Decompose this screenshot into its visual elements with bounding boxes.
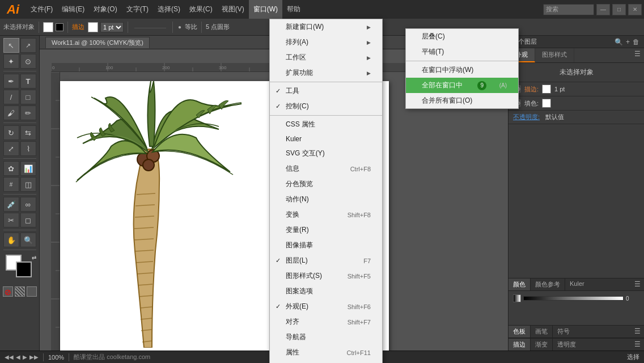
fill-color-box-panel[interactable]: [542, 99, 551, 108]
fill-property-row: 填色:: [509, 96, 644, 111]
tool-sep-2: [3, 123, 36, 123]
rect-icon: □: [26, 93, 31, 102]
menu-edit[interactable]: 编辑(E): [57, 0, 89, 19]
hand-tool[interactable]: ✋: [3, 233, 19, 247]
menu-window[interactable]: 窗口(W): [249, 0, 282, 19]
gradient-tool[interactable]: ◫: [20, 177, 36, 192]
zoom-tool[interactable]: 🔍: [20, 233, 36, 247]
tab-stroke[interactable]: 描边: [509, 339, 531, 351]
mesh-tool[interactable]: #: [3, 177, 19, 192]
opacity-value: 默认值: [545, 113, 564, 121]
swatches-menu[interactable]: ☰: [631, 326, 644, 337]
pencil-icon: ✏: [25, 109, 31, 117]
tab-kuler[interactable]: Kuler: [565, 278, 589, 290]
swatches-menu-icon: ☰: [634, 327, 641, 335]
pencil-tool[interactable]: ✏: [20, 105, 36, 120]
lasso-icon: ⊙: [25, 57, 31, 66]
minimize-btn[interactable]: —: [596, 4, 610, 15]
menu-select[interactable]: 选择(S): [153, 0, 185, 19]
line-tool[interactable]: /: [3, 90, 19, 104]
search-box[interactable]: 搜索: [543, 4, 594, 15]
tab-gradient[interactable]: 渐变: [531, 339, 553, 351]
opacity-label[interactable]: 不透明度:: [513, 113, 540, 121]
scissors-icon: ✂: [8, 216, 14, 225]
pen-tool[interactable]: ✒: [3, 74, 19, 88]
stroke-box-2[interactable]: [88, 22, 98, 32]
scale-tool[interactable]: ⤢: [3, 141, 19, 156]
tab-swatches[interactable]: 色板: [509, 326, 531, 337]
stroke-tab-menu-icon: ☰: [634, 340, 641, 348]
stroke-color-swatch[interactable]: [43, 22, 53, 32]
tool-row-6: ↻ ⇆: [3, 125, 36, 140]
bottom-sep-1: [43, 353, 44, 361]
menu-effect[interactable]: 效果(C): [185, 0, 217, 19]
eraser-tool[interactable]: ◻: [20, 213, 36, 227]
nav-last-btn[interactable]: ▶▶: [29, 354, 39, 360]
panel-menu-icon[interactable]: ☰: [631, 48, 644, 62]
tab-transparency[interactable]: 透明度: [553, 339, 581, 351]
eyedropper-tool[interactable]: 💉: [3, 197, 19, 212]
lasso-tool[interactable]: ⊙: [20, 54, 36, 69]
nav-prev-btn[interactable]: ◀: [16, 354, 20, 360]
menu-help[interactable]: 帮助: [282, 0, 305, 19]
mirror-tool[interactable]: ⇆: [20, 125, 36, 140]
shape-label: 5 点圆形: [206, 23, 230, 31]
gradient-icon: ◫: [25, 180, 32, 189]
menu-object[interactable]: 对象(O): [89, 0, 121, 19]
svg-text:100: 100: [105, 65, 113, 70]
blend-tool[interactable]: ∞: [20, 197, 36, 212]
color-panel-menu-icon: ☰: [634, 280, 641, 288]
color-panel-menu[interactable]: ☰: [631, 278, 644, 290]
restore-btn[interactable]: □: [612, 4, 626, 15]
stroke-box[interactable]: [16, 261, 32, 277]
graph-tool[interactable]: 📊: [20, 161, 36, 176]
canvas-close-icon[interactable]: ✕: [493, 37, 502, 47]
channel-slider[interactable]: [523, 296, 624, 301]
warp-icon: ⌇: [27, 145, 30, 153]
paintbrush-tool[interactable]: 🖌: [3, 105, 19, 120]
rotate-tool[interactable]: ↻: [3, 125, 19, 140]
tab-color[interactable]: 颜色: [509, 278, 531, 290]
opacity-property-row: 不透明度: 默认值: [509, 111, 644, 124]
select-tool[interactable]: ↖: [3, 38, 19, 53]
stroke-color-box-panel[interactable]: [542, 85, 551, 94]
cursor-mode-label: 选择: [627, 353, 639, 361]
warp-tool[interactable]: ⌇: [20, 141, 36, 156]
tab-symbols[interactable]: 符号: [553, 326, 574, 337]
layer-delete-icon[interactable]: 🗑: [633, 38, 639, 46]
pattern-box[interactable]: [27, 286, 37, 297]
canvas-arrange-icon[interactable]: ⧉: [482, 37, 492, 47]
stroke-tab-menu[interactable]: ☰: [631, 339, 644, 351]
nav-next-btn[interactable]: ▶: [23, 354, 27, 360]
tab-color-ref[interactable]: 颜色参考: [531, 278, 565, 290]
fill-color-swatch[interactable]: [56, 23, 63, 31]
direct-select-tool[interactable]: ↗: [20, 38, 36, 53]
tab-appearance[interactable]: 外观: [509, 48, 535, 62]
canvas-tab-file[interactable]: Work11.ai @ 100% (CMYK/预览): [45, 37, 150, 48]
close-btn[interactable]: ✕: [628, 4, 642, 15]
menu-view[interactable]: 视图(V): [217, 0, 249, 19]
magic-wand-tool[interactable]: ✦: [3, 54, 19, 69]
fill-visibility-eye[interactable]: [513, 99, 521, 107]
scissors-tool[interactable]: ✂: [3, 213, 19, 227]
no-select-text: 未选择对象: [560, 68, 594, 76]
menu-file[interactable]: 文件(F): [26, 0, 57, 19]
stroke-visibility-eye[interactable]: [513, 85, 521, 93]
menu-text[interactable]: 文字(T): [122, 0, 153, 19]
stroke-weight-select[interactable]: 1 pt: [100, 22, 124, 32]
tab-brushes[interactable]: 画笔: [531, 326, 553, 337]
swap-colors-icon[interactable]: ⇄: [32, 255, 36, 261]
swatches-tabs-row: 色板 画笔 符号 ☰: [509, 325, 644, 338]
nav-first-btn[interactable]: ◀◀: [5, 354, 14, 360]
layer-add-icon[interactable]: +: [626, 38, 630, 46]
rect-tool[interactable]: □: [20, 90, 36, 104]
menu-bar: Ai 文件(F) 编辑(E) 对象(O) 文字(T) 选择(S) 效果(C) 视…: [0, 0, 644, 19]
layer-search-icon[interactable]: 🔍: [615, 38, 623, 46]
tab-graphic-style[interactable]: 图形样式: [535, 48, 574, 62]
none-fill-box[interactable]: ⊘: [3, 286, 13, 297]
gradient-box[interactable]: [15, 286, 25, 297]
eye-icon: [513, 85, 521, 93]
symbol-tool[interactable]: ✿: [3, 161, 19, 176]
color-sliders-area: 0: [509, 291, 644, 325]
type-tool[interactable]: T: [20, 74, 36, 88]
